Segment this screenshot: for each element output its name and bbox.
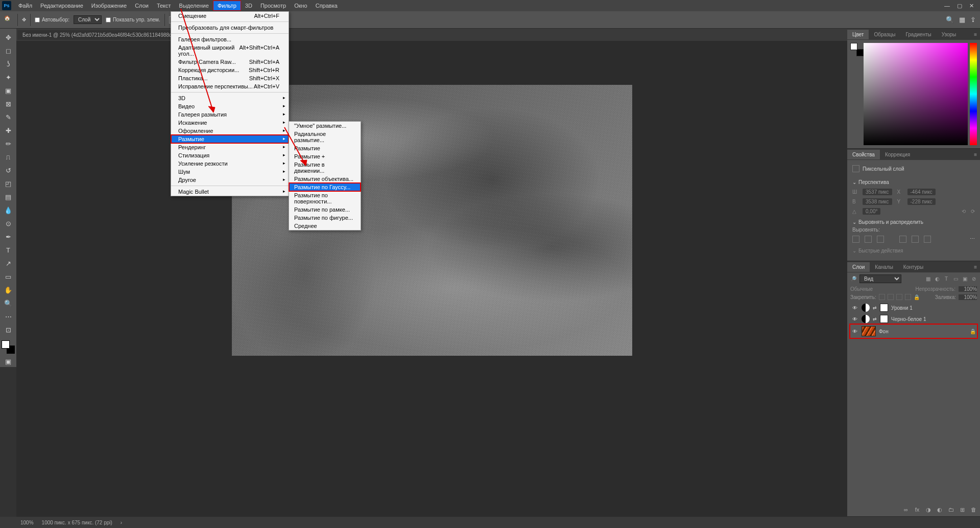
move-tool-icon[interactable]: ✥	[2, 32, 14, 43]
tab-swatches[interactable]: Образцы	[869, 30, 900, 39]
lock-artboard-icon[interactable]	[896, 294, 902, 300]
hue-slider[interactable]	[970, 43, 977, 145]
layer-row[interactable]: 👁 ⇄ Уровни 1	[850, 302, 977, 313]
fill-input[interactable]	[959, 294, 977, 300]
align-hcenter-icon[interactable]	[865, 236, 872, 243]
menu-item[interactable]: Фильтр Camera Raw...Shift+Ctrl+A	[171, 58, 289, 66]
move-tool-icon[interactable]: ✥	[22, 17, 26, 22]
menu-item[interactable]: Рендеринг	[171, 143, 289, 151]
lock-all-icon[interactable]	[905, 294, 911, 300]
dodge-tool-icon[interactable]: ⊙	[2, 218, 14, 229]
visibility-icon[interactable]: 👁	[851, 305, 858, 311]
layer-thumb[interactable]	[862, 326, 876, 336]
mask-icon[interactable]: ◑	[925, 506, 932, 513]
submenu-item[interactable]: Радиальное размытие...	[289, 130, 361, 144]
close-icon[interactable]: ✕	[969, 3, 974, 9]
menu-text[interactable]: Текст	[153, 1, 175, 10]
stamp-tool-icon[interactable]: ⎍	[2, 151, 14, 163]
path-tool-icon[interactable]: ↗	[2, 258, 14, 269]
menu-window[interactable]: Окно	[290, 1, 312, 10]
section-align[interactable]: Выровнять и распределить	[852, 216, 975, 227]
search-icon[interactable]: 🔎	[850, 276, 856, 282]
submenu-item[interactable]: Размытие по поверхности...	[289, 191, 361, 205]
layer-row-selected[interactable]: 👁 Фон 🔒	[850, 325, 977, 338]
auto-select-dropdown[interactable]: Слой	[74, 15, 102, 24]
zoom-level[interactable]: 100%	[20, 520, 34, 525]
menu-item[interactable]: Адаптивный широкий угол...Alt+Shift+Ctrl…	[171, 43, 289, 58]
menu-item[interactable]: Усиление резкости	[171, 159, 289, 168]
menu-item[interactable]: Пластика...Shift+Ctrl+X	[171, 74, 289, 82]
crop-tool-icon[interactable]: ▣	[2, 85, 14, 96]
height-value[interactable]: 3538 пикс	[863, 198, 892, 205]
align-top-icon[interactable]	[899, 236, 906, 243]
mask-thumb[interactable]	[880, 315, 888, 323]
y-value[interactable]: -228 пикс	[907, 198, 936, 205]
menu-item[interactable]: Галерея размытия	[171, 110, 289, 119]
submenu-item[interactable]: "Умное" размытие...	[289, 122, 361, 130]
eraser-tool-icon[interactable]: ◰	[2, 178, 14, 189]
x-value[interactable]: -464 пикс	[907, 189, 936, 195]
menu-item[interactable]: Размытие	[171, 135, 289, 143]
group-icon[interactable]: 🗀	[947, 506, 954, 513]
doc-info[interactable]: 1000 пикс. x 675 пикс. (72 ppi)	[42, 520, 112, 525]
align-right-icon[interactable]	[877, 236, 884, 243]
tab-gradients[interactable]: Градиенты	[900, 30, 936, 39]
layer-name[interactable]: Уровни 1	[891, 305, 976, 311]
maximize-icon[interactable]: ▢	[957, 3, 962, 9]
align-left-icon[interactable]	[852, 236, 859, 243]
frame-tool-icon[interactable]: ⊠	[2, 98, 14, 109]
heal-tool-icon[interactable]: ✚	[2, 125, 14, 136]
lock-pixels-icon[interactable]	[879, 294, 885, 300]
filter-shape-icon[interactable]: ▭	[952, 276, 959, 282]
wand-tool-icon[interactable]: ✦	[2, 72, 14, 83]
menu-select[interactable]: Выделение	[175, 1, 213, 10]
minimize-icon[interactable]: —	[944, 3, 950, 9]
tab-patterns[interactable]: Узоры	[937, 30, 962, 39]
menu-item[interactable]: Шум	[171, 168, 289, 176]
menu-item[interactable]: Искажение	[171, 119, 289, 127]
tab-paths[interactable]: Контуры	[898, 262, 928, 272]
show-controls-checkbox[interactable]: Показать упр. элем.	[106, 17, 160, 22]
menu-filter[interactable]: Фильтр	[213, 1, 241, 11]
more-tools-icon[interactable]: ⋯	[2, 311, 14, 322]
zoom-tool-icon[interactable]: 🔍	[2, 297, 14, 309]
pen-tool-icon[interactable]: ✒	[2, 231, 14, 242]
filter-text-icon[interactable]: T	[943, 276, 949, 282]
menu-item[interactable]: 3D	[171, 94, 289, 102]
new-layer-icon[interactable]: ⊞	[959, 506, 966, 513]
visibility-icon[interactable]: 👁	[851, 316, 858, 322]
menu-item[interactable]: Исправление перспективы...Alt+Ctrl+V	[171, 82, 289, 90]
menu-item[interactable]: Другое	[171, 176, 289, 184]
menu-item[interactable]: Видео	[171, 102, 289, 110]
menu-item[interactable]: Стилизация	[171, 151, 289, 159]
blur-tool-icon[interactable]: 💧	[2, 204, 14, 216]
gradient-tool-icon[interactable]: ▤	[2, 191, 14, 202]
section-quick-actions[interactable]: Быстрые действия	[852, 245, 975, 256]
share-icon[interactable]: ⇪	[970, 16, 976, 24]
menu-item[interactable]: Оформление	[171, 127, 289, 135]
submenu-item[interactable]: Размытие в движении...	[289, 160, 361, 175]
flip-h-icon[interactable]: ⟲	[962, 209, 966, 214]
tab-color[interactable]: Цвет	[847, 30, 869, 39]
menu-item[interactable]: Галерея фильтров...	[171, 35, 289, 43]
menu-edit[interactable]: Редактирование	[36, 1, 87, 10]
more-icon[interactable]: ⋯	[970, 236, 975, 243]
menu-image[interactable]: Изображение	[87, 1, 131, 10]
delete-icon[interactable]: 🗑	[970, 506, 977, 513]
lock-icon[interactable]: 🔒	[914, 294, 920, 300]
lock-position-icon[interactable]	[888, 294, 894, 300]
panel-menu-icon[interactable]: ≡	[969, 30, 980, 39]
link-layers-icon[interactable]: ∞	[902, 506, 910, 513]
layer-row[interactable]: 👁 ⇄ Черно-белое 1	[850, 313, 977, 325]
color-picker[interactable]	[864, 43, 968, 145]
edit-toolbar-icon[interactable]: ⊡	[2, 324, 14, 335]
angle-value[interactable]: 0,00°	[863, 208, 880, 215]
panel-menu-icon[interactable]: ≡	[969, 150, 980, 159]
hand-tool-icon[interactable]: ✋	[2, 284, 14, 295]
filter-adj-icon[interactable]: ◐	[934, 276, 940, 282]
section-perspective[interactable]: Перспектива	[852, 176, 975, 187]
filter-smart-icon[interactable]: ▣	[962, 276, 968, 282]
fx-icon[interactable]: fx	[914, 506, 921, 513]
flip-v-icon[interactable]: ⟳	[971, 209, 975, 214]
type-tool-icon[interactable]: T	[2, 244, 14, 256]
